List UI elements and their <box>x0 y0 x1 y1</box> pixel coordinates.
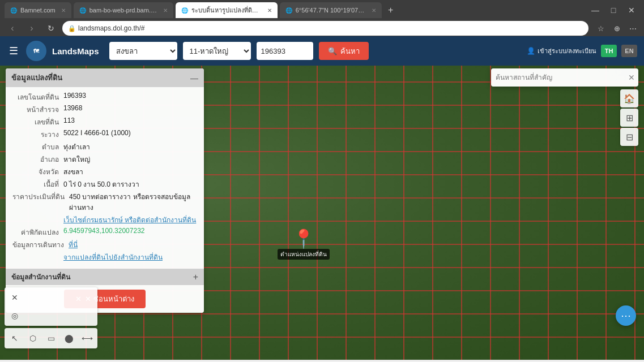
extension-icon[interactable]: ⊕ <box>610 21 624 35</box>
user-icon: 👤 <box>527 47 535 55</box>
address-bar[interactable]: 🔒 landsmaps.dol.go.th/# <box>62 21 588 36</box>
panel-close-button[interactable]: — <box>190 74 198 83</box>
right-search-panel: ✕ <box>491 68 638 87</box>
district-select[interactable]: 11-หาดใหญ่ <box>183 42 251 60</box>
tool-cross-button[interactable]: ✕ <box>7 290 23 305</box>
lang-en-button[interactable]: EN <box>621 45 637 57</box>
info-row-amphoe: อำเภอ หาดใหญ่ <box>12 154 197 165</box>
header-right: 👤 เข้าสู่ระบบ/ลงทะเบียน TH EN <box>527 45 637 57</box>
close-button[interactable]: ✕ <box>624 2 639 18</box>
url-text: landsmaps.dol.go.th/# <box>78 24 144 32</box>
tool-rect-button[interactable]: ▭ <box>43 330 59 346</box>
tab-close-bamnet[interactable]: ✕ <box>61 7 66 14</box>
tab-landsmaps[interactable]: 🌐 ระบบดิ้นหารูปแปลงที่ดิน (LandsMa... ✕ <box>176 2 278 18</box>
section-title: ข้อมูลสำนักงานที่ดิน <box>11 272 70 282</box>
info-row-land-num: เลขที่ดิน 113 <box>12 117 197 127</box>
menu-icon[interactable]: ⋯ <box>626 21 639 35</box>
app-header: ☰ 🗺 LandsMaps สงขลา 11-หาดใหญ่ 🔍 ค้นหา 👤… <box>0 36 644 66</box>
refresh-button[interactable]: ↻ <box>43 20 59 36</box>
tool-ellipse-button[interactable]: ⬤ <box>61 330 77 346</box>
tab-google[interactable]: 🌐 6°56'47.7"N 100°19'07.7"E - Goo... ✕ <box>280 2 382 18</box>
panel-header: ข้อมูลแปลงที่ดิน — <box>6 68 204 87</box>
toolbar-row-1: ↖ ⬡ ▭ ⬤ ⟷ <box>7 330 95 346</box>
info-row-price: ราคาประเมินที่ดิน 450 บาทต่อตารางวา หรือ… <box>12 191 197 213</box>
tab-close-bam[interactable]: ✕ <box>163 7 168 14</box>
map-pin: 📍 ตำแหน่งแปลงที่ดิน <box>278 230 330 260</box>
lang-th-button[interactable]: TH <box>601 45 617 57</box>
login-button[interactable]: 👤 เข้าสู่ระบบ/ลงทะเบียน <box>527 46 596 56</box>
bookmark-icon[interactable]: ☆ <box>594 21 608 35</box>
tool-circle-button[interactable]: ◎ <box>7 308 23 324</box>
bottom-bar: 🖼 full_201705181439....jpg ✕ แสดงไฟล์เพิ… <box>0 360 644 362</box>
search-button[interactable]: 🔍 ค้นหา <box>319 42 369 60</box>
map-area[interactable]: ข้อมูลแปลงที่ดิน — เลขโฉนดที่ดิน 196393 … <box>0 66 644 360</box>
search-clear-button[interactable]: ✕ <box>625 73 638 82</box>
browser-chrome: 🌐 Bamnet.com ✕ 🌐 bam-bo-web-prd.bam.co..… <box>0 0 644 20</box>
pin-icon: 📍 <box>278 230 330 248</box>
add-section-button[interactable]: + <box>193 272 198 282</box>
info-row-website[interactable]: เว็บไซต์กรมธนารักษ์ หรือติดต่อสำนักงานที… <box>12 214 197 225</box>
minimize-button[interactable]: — <box>587 2 603 18</box>
new-tab-button[interactable]: + <box>384 3 398 17</box>
grid-tool-button[interactable]: ⊞ <box>620 109 638 127</box>
tab-bamnet[interactable]: 🌐 Bamnet.com ✕ <box>5 2 71 18</box>
back-button[interactable]: ‹ <box>5 20 20 36</box>
layers-tool-button[interactable]: ⊟ <box>620 128 638 146</box>
hamburger-menu[interactable]: ☰ <box>7 42 20 59</box>
more-options-button[interactable]: ⋯ <box>616 305 636 326</box>
panel-body: เลขโฉนดที่ดิน 196393 หน้าสำรวจ 13968 เลข… <box>6 87 204 269</box>
info-row-area: เนื้อที่ 0 ไร่ 0 งาน 50.0 ตารางวา <box>12 179 197 189</box>
toolbar-group-top: ✕ ◎ <box>5 287 97 326</box>
province-select[interactable]: สงขลา <box>109 42 177 60</box>
floating-more: ⋯ <box>616 305 636 326</box>
info-panel: ข้อมูลแปลงที่ดิน — เลขโฉนดที่ดิน 196393 … <box>6 68 204 313</box>
info-row-map-sheet: ระวาง 5022 I 4666-01 (1000) <box>12 129 197 140</box>
tool-polygon-button[interactable]: ⬡ <box>25 330 41 346</box>
toolbar-group-bottom: ↖ ⬡ ▭ ⬤ ⟷ <box>5 328 97 348</box>
info-row-tambon: ตำบล ทุ่งตำเลา <box>12 141 197 152</box>
tab-bam[interactable]: 🌐 bam-bo-web-prd.bam.co... ✕ <box>74 2 173 18</box>
info-row-province: จังหวัด สงขลา <box>12 166 197 177</box>
main-content: ข้อมูลแปลงที่ดิน — เลขโฉนดที่ดิน 196393 … <box>0 66 644 360</box>
search-icon: 🔍 <box>328 47 337 55</box>
panel-title: ข้อมูลแปลงที่ดิน <box>11 72 62 84</box>
left-toolbar: ✕ ◎ ↖ ⬡ ▭ ⬤ ⟷ <box>5 287 97 348</box>
home-tool-button[interactable]: 🏠 <box>620 89 638 107</box>
info-row-directions[interactable]: ข้อมูลการเดินทาง ที่นี่ <box>12 239 197 250</box>
info-row-parcel: เลขโฉนดที่ดิน 196393 <box>12 92 197 102</box>
tool-pointer-button[interactable]: ↖ <box>7 330 23 346</box>
section-header-office: ข้อมูลสำนักงานที่ดิน + <box>6 269 204 285</box>
parcel-input[interactable] <box>257 42 313 60</box>
map-tools-right: 🏠 ⊞ ⊟ <box>620 89 638 146</box>
info-row-office[interactable]: จากแปลงที่ดินไปยังสำนักงานที่ดิน <box>12 252 197 262</box>
forward-button[interactable]: › <box>24 20 40 36</box>
landmark-search-input[interactable] <box>491 68 625 87</box>
app-logo: 🗺 <box>26 41 46 61</box>
tab-close-google[interactable]: ✕ <box>372 7 376 14</box>
pin-label: ตำแหน่งแปลงที่ดิน <box>278 249 330 260</box>
info-row-coords[interactable]: ค่าพิกัดแปลง 6.94597943,100.32007232 <box>12 227 197 238</box>
maximize-button[interactable]: □ <box>605 2 621 18</box>
info-row-survey: หน้าสำรวจ 13968 <box>12 104 197 115</box>
tab-close-landsmaps[interactable]: ✕ <box>267 7 272 14</box>
app-title: LandsMaps <box>52 46 99 56</box>
tool-measure-button[interactable]: ⟷ <box>79 330 95 346</box>
